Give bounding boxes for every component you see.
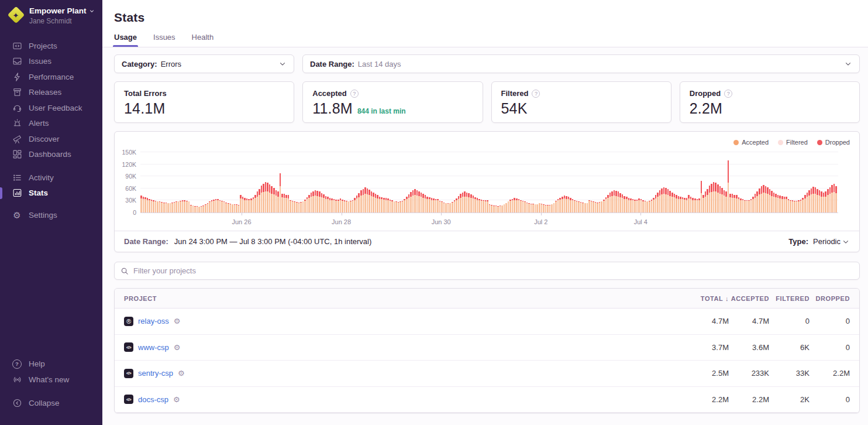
table-row: </> sentry-csp ⚙ 2.5M 233K 33K 2.2M [115, 361, 859, 387]
projects-table: PROJECT TOTAL ↓ ACCEPTED FILTERED DROPPE… [114, 288, 860, 413]
performance-icon [12, 72, 22, 82]
card-filtered: Filtered ? 54K [491, 81, 671, 123]
card-total-errors: Total Errors 14.1M [114, 81, 294, 123]
legend-item-dropped[interactable]: Dropped [817, 139, 850, 146]
sidebar-item-stats[interactable]: Stats [0, 186, 102, 201]
table-row: </> docs-csp ⚙ 2.2M 2.2M 2K 0 [115, 387, 859, 413]
sidebar-item-label: Help [29, 359, 45, 368]
tab-usage[interactable]: Usage [114, 33, 137, 47]
help-question-icon[interactable]: ? [532, 90, 540, 98]
dashboards-icon [12, 149, 22, 159]
project-settings-gear-icon[interactable]: ⚙ [174, 344, 181, 351]
org-logo-spark-icon: ✦ [7, 6, 25, 24]
cell-accepted: 3.6M [729, 343, 769, 352]
category-value: Errors [161, 60, 181, 68]
sidebar-item-performance[interactable]: Performance [0, 69, 102, 85]
sidebar-item-alerts[interactable]: Alerts [0, 116, 102, 132]
accepted-rate-text: 844 in last min [357, 107, 406, 115]
column-total[interactable]: TOTAL ↓ [684, 295, 729, 302]
sidebar-item-label: Stats [29, 188, 48, 197]
cell-filtered: 0 [769, 317, 810, 325]
broadcast-icon [12, 375, 22, 385]
column-accepted[interactable]: ACCEPTED [729, 295, 769, 302]
project-settings-gear-icon[interactable]: ⚙ [173, 396, 180, 403]
tab-issues[interactable]: Issues [153, 33, 175, 47]
card-value: 14.1M [124, 100, 165, 117]
category-label: Category: [122, 60, 157, 68]
sidebar-item-user-feedback[interactable]: User Feedback [0, 100, 102, 116]
project-link[interactable]: relay-oss [138, 317, 169, 325]
discover-icon [12, 134, 22, 144]
sidebar-item-label: Alerts [29, 119, 49, 128]
legend-item-filtered[interactable]: Filtered [778, 139, 808, 146]
alerts-icon [12, 118, 22, 128]
project-search-input[interactable] [133, 266, 853, 275]
legend-dot-accepted [733, 140, 739, 145]
org-avatar: ✦ [7, 6, 25, 24]
sidebar-item-issues[interactable]: Issues [0, 54, 102, 70]
card-value: 54K [501, 100, 528, 117]
legend-dot-dropped [817, 140, 822, 145]
sidebar-item-settings[interactable]: ⚙ Settings [0, 207, 102, 223]
sidebar-item-releases[interactable]: Releases [0, 85, 102, 101]
sidebar-item-help[interactable]: ? Help [0, 357, 102, 372]
project-platform-icon: ® [124, 317, 133, 326]
org-switcher[interactable]: ✦ Empower Plant Jane Schmidt [0, 6, 102, 31]
project-link[interactable]: www-csp [138, 343, 169, 352]
legend-label: Dropped [825, 139, 850, 146]
page-title: Stats [114, 11, 856, 25]
sidebar-nav-footer: ? Help What's new Collapse [0, 357, 102, 420]
sidebar-nav-primary: Projects Issues Performance Releases Use… [0, 38, 102, 162]
sidebar-item-activity[interactable]: Activity [0, 170, 102, 186]
cell-filtered: 2K [769, 395, 810, 404]
sidebar-item-discover[interactable]: Discover [0, 131, 102, 147]
cell-total: 4.7M [684, 317, 729, 325]
cell-total: 2.2M [684, 395, 729, 404]
cell-accepted: 233K [729, 369, 769, 378]
sidebar-item-label: What's new [29, 375, 69, 384]
help-question-icon[interactable]: ? [350, 90, 359, 98]
sidebar-item-label: User Feedback [29, 104, 82, 112]
app-root: ✦ Empower Plant Jane Schmidt Projects Is… [0, 0, 868, 425]
project-link[interactable]: docs-csp [138, 395, 168, 404]
column-dropped[interactable]: DROPPED [810, 295, 850, 302]
tab-health[interactable]: Health [192, 33, 214, 47]
score-cards-row: Total Errors 14.1M Accepted ? 11.8M 844 … [114, 81, 860, 123]
category-select[interactable]: Category: Errors [114, 54, 294, 73]
card-label: Filtered [501, 89, 529, 98]
chevron-down-icon [278, 60, 287, 68]
legend-item-accepted[interactable]: Accepted [733, 139, 769, 146]
sidebar-item-label: Activity [29, 173, 54, 182]
column-project[interactable]: PROJECT [124, 295, 684, 302]
project-settings-gear-icon[interactable]: ⚙ [178, 369, 185, 377]
sidebar: ✦ Empower Plant Jane Schmidt Projects Is… [0, 0, 102, 425]
sidebar-item-label: Projects [29, 42, 57, 50]
project-settings-gear-icon[interactable]: ⚙ [174, 317, 181, 325]
card-value: 11.8M [312, 100, 353, 117]
chart-type-value: Periodic [813, 237, 841, 246]
cell-dropped: 2.2M [810, 369, 850, 378]
date-range-select[interactable]: Date Range: Last 14 days [302, 54, 860, 73]
chart-legend: Accepted Filtered Dropped [115, 132, 859, 147]
sidebar-item-label: Dashboards [29, 150, 71, 159]
column-filtered[interactable]: FILTERED [769, 295, 810, 302]
chart-plot[interactable]: Jun 26Jun 28Jun 30Jul 2Jul 4 [140, 153, 838, 213]
sidebar-item-dashboards[interactable]: Dashboards [0, 147, 102, 163]
cell-accepted: 4.7M [729, 317, 769, 325]
legend-dot-filtered [778, 140, 783, 145]
chevron-down-icon [89, 8, 95, 14]
project-link[interactable]: sentry-csp [138, 369, 173, 378]
sidebar-item-whats-new[interactable]: What's new [0, 372, 102, 388]
sidebar-collapse-button[interactable]: Collapse [0, 396, 102, 412]
sidebar-item-label: Issues [29, 57, 51, 66]
org-user: Jane Schmidt [29, 17, 95, 25]
filters-row: Category: Errors Date Range: Last 14 day… [114, 54, 860, 73]
collapse-chevron-icon [12, 398, 22, 408]
search-icon [120, 267, 129, 275]
stats-icon [12, 188, 22, 198]
sidebar-item-projects[interactable]: Projects [0, 38, 102, 54]
chart-type-select[interactable]: Type: Periodic [788, 237, 850, 246]
sidebar-item-label: Settings [29, 211, 57, 220]
help-icon: ? [12, 359, 22, 369]
help-question-icon[interactable]: ? [724, 90, 732, 98]
